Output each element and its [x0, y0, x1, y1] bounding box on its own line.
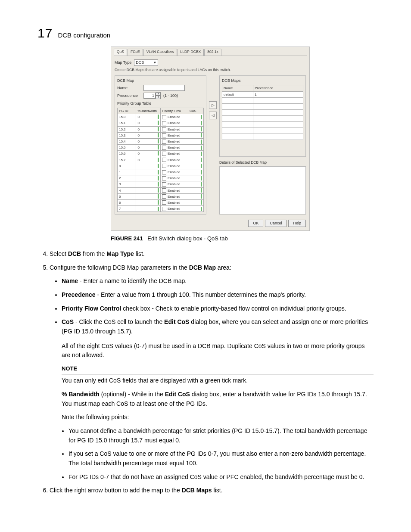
table-row[interactable]: 15.20Enabled: [118, 126, 204, 132]
precedence-stepper[interactable]: 1 ▴▾: [143, 92, 161, 99]
cos-cell[interactable]: [188, 187, 203, 193]
table-row[interactable]: 15.30Enabled: [118, 132, 204, 138]
cos-cell[interactable]: [188, 151, 203, 157]
cos-cell[interactable]: [188, 193, 203, 199]
table-row[interactable]: 15.40Enabled: [118, 139, 204, 145]
bw-cell[interactable]: 0: [136, 132, 161, 138]
checkbox-icon[interactable]: [162, 194, 166, 199]
bw-cell[interactable]: [136, 187, 161, 193]
cos-cell[interactable]: [188, 199, 203, 205]
bw-cell[interactable]: [136, 181, 161, 187]
pf-cell[interactable]: Enabled: [161, 181, 188, 187]
arrow-left-button[interactable]: ◁: [209, 112, 217, 119]
arrow-right-button[interactable]: ▷: [209, 101, 217, 109]
cos-cell[interactable]: [188, 175, 203, 181]
checkbox-icon[interactable]: [162, 115, 166, 119]
bw-cell[interactable]: 0: [136, 126, 161, 132]
checkbox-icon[interactable]: [162, 152, 166, 156]
pf-cell[interactable]: Enabled: [161, 120, 188, 126]
table-row[interactable]: 4Enabled: [118, 187, 204, 193]
pf-cell[interactable]: Enabled: [161, 169, 188, 175]
pf-cell[interactable]: Enabled: [161, 199, 188, 205]
pf-cell[interactable]: Enabled: [161, 114, 188, 120]
help-button[interactable]: Help: [288, 220, 306, 227]
table-row[interactable]: 1Enabled: [118, 169, 204, 175]
cos-cell[interactable]: [188, 145, 203, 151]
cos-cell[interactable]: [188, 120, 203, 126]
bw-cell[interactable]: 0: [136, 145, 161, 151]
checkbox-icon[interactable]: [162, 182, 166, 187]
pgid-cell: 15.5: [118, 145, 136, 151]
pf-cell[interactable]: Enabled: [161, 193, 188, 199]
cos-cell[interactable]: [188, 157, 203, 163]
table-row[interactable]: 2Enabled: [118, 175, 204, 181]
cos-cell[interactable]: [188, 163, 203, 169]
bw-cell[interactable]: 0: [136, 139, 161, 145]
bw-cell[interactable]: [136, 175, 161, 181]
cos-cell[interactable]: [188, 126, 203, 132]
checkbox-icon[interactable]: [162, 121, 166, 125]
tab-vlan-classifiers[interactable]: VLAN Classifiers: [143, 49, 177, 56]
pf-cell[interactable]: Enabled: [161, 145, 188, 151]
table-row[interactable]: 6Enabled: [118, 199, 204, 205]
pf-cell[interactable]: Enabled: [161, 163, 188, 169]
table-row[interactable]: 15.60Enabled: [118, 151, 204, 157]
table-row[interactable]: 3Enabled: [118, 181, 204, 187]
pf-cell[interactable]: Enabled: [161, 139, 188, 145]
table-row[interactable]: 15.70Enabled: [118, 157, 204, 163]
pf-cell[interactable]: Enabled: [161, 151, 188, 157]
ok-button[interactable]: OK: [248, 220, 263, 227]
cos-cell[interactable]: [188, 181, 203, 187]
checkbox-icon[interactable]: [162, 158, 166, 162]
pf-cell[interactable]: Enabled: [161, 126, 188, 132]
cos-cell[interactable]: [188, 114, 203, 120]
bw-cell[interactable]: [136, 169, 161, 175]
table-row[interactable]: 15.00Enabled: [118, 114, 204, 120]
table-row[interactable]: 15.10Enabled: [118, 120, 204, 126]
bw-cell[interactable]: 0: [136, 114, 161, 120]
bw-cell[interactable]: 0: [136, 157, 161, 163]
checkbox-icon[interactable]: [162, 140, 166, 144]
checkbox-icon[interactable]: [162, 176, 166, 180]
dcb-maps-title: DCB Maps: [222, 78, 303, 84]
cos-cell[interactable]: [188, 169, 203, 175]
spin-up-icon[interactable]: ▴: [156, 92, 161, 96]
cos-cell[interactable]: [188, 132, 203, 138]
pf-cell[interactable]: Enabled: [161, 157, 188, 163]
bw-cell[interactable]: [136, 163, 161, 169]
pgid-cell: 15.3: [118, 132, 136, 138]
tab-qos[interactable]: QoS: [114, 49, 127, 56]
tab-8021x[interactable]: 802.1x: [204, 49, 221, 56]
table-row[interactable]: 0Enabled: [118, 163, 204, 169]
pf-cell[interactable]: Enabled: [161, 175, 188, 181]
checkbox-icon[interactable]: [162, 133, 166, 137]
checkbox-icon[interactable]: [162, 188, 166, 193]
tab-lldp-dcbx[interactable]: LLDP-DCBX: [177, 49, 204, 56]
bw-cell[interactable]: 0: [136, 151, 161, 157]
table-row[interactable]: 7Enabled: [118, 206, 204, 212]
cos-cell[interactable]: [188, 139, 203, 145]
bw-cell[interactable]: [136, 206, 161, 212]
table-row[interactable]: 5Enabled: [118, 193, 204, 199]
checkbox-icon[interactable]: [162, 146, 166, 150]
map-type-select[interactable]: DCB ▼: [134, 59, 158, 66]
table-row[interactable]: default 1: [222, 91, 303, 97]
checkbox-icon[interactable]: [162, 200, 166, 205]
bw-cell[interactable]: [136, 199, 161, 205]
spin-down-icon[interactable]: ▾: [156, 96, 161, 99]
pf-cell[interactable]: Enabled: [161, 187, 188, 193]
tab-fcoe[interactable]: FCoE: [128, 49, 143, 56]
cancel-button[interactable]: Cancel: [265, 220, 286, 227]
name-input[interactable]: [143, 85, 185, 91]
dialog-caption: Create DCB Maps that are assignable to p…: [115, 68, 306, 73]
checkbox-icon[interactable]: [162, 170, 166, 174]
bw-cell[interactable]: 0: [136, 120, 161, 126]
cos-cell[interactable]: [188, 206, 203, 212]
pf-cell[interactable]: Enabled: [161, 132, 188, 138]
table-row[interactable]: 15.50Enabled: [118, 145, 204, 151]
bw-cell[interactable]: [136, 193, 161, 199]
checkbox-icon[interactable]: [162, 207, 166, 211]
checkbox-icon[interactable]: [162, 164, 166, 168]
pf-cell[interactable]: Enabled: [161, 206, 188, 212]
checkbox-icon[interactable]: [162, 127, 166, 131]
